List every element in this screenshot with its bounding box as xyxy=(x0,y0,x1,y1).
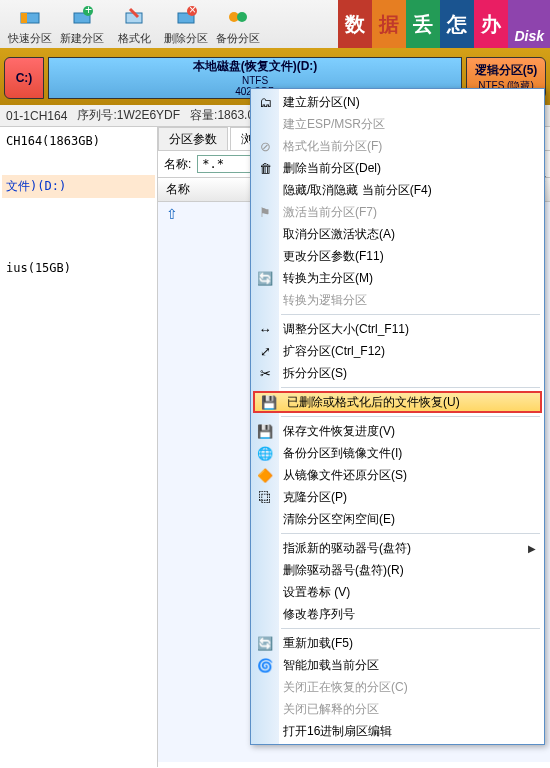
save-icon: 💾 xyxy=(256,422,274,440)
partition-label: C:) xyxy=(5,71,43,85)
partition-icon: 🗂 xyxy=(256,93,274,111)
menu-separator xyxy=(281,314,540,315)
menu-to-logical[interactable]: 转换为逻辑分区 xyxy=(251,289,544,311)
new-partition-button[interactable]: + 新建分区 xyxy=(56,5,108,48)
menu-restore-from-image[interactable]: 🔶从镜像文件还原分区(S) xyxy=(251,464,544,486)
menu-backup-to-image[interactable]: 🌐备份分区到镜像文件(I) xyxy=(251,442,544,464)
reload-icon: 🔄 xyxy=(256,634,274,652)
up-folder-icon[interactable]: ⇧ xyxy=(166,206,178,222)
backup-partition-icon xyxy=(226,5,250,29)
banner-char: 丢 xyxy=(406,0,440,48)
menu-format-current[interactable]: ⊘格式化当前分区(F) xyxy=(251,135,544,157)
menu-delete-current[interactable]: 🗑删除当前分区(Del) xyxy=(251,157,544,179)
backup-partition-button[interactable]: 备份分区 xyxy=(212,5,264,48)
menu-separator xyxy=(281,628,540,629)
menu-separator xyxy=(281,416,540,417)
banner-char: 怎 xyxy=(440,0,474,48)
partition-label: 本地磁盘(恢复文件)(D:) xyxy=(49,58,461,75)
tab-params[interactable]: 分区参数 xyxy=(158,127,228,150)
backup-icon: 🌐 xyxy=(256,444,274,462)
tree-partition-d[interactable]: 文件)(D:) xyxy=(2,175,155,198)
context-menu: 🗂建立新分区(N) 建立ESP/MSR分区 ⊘格式化当前分区(F) 🗑删除当前分… xyxy=(250,88,545,745)
menu-assign-drive[interactable]: 指派新的驱动器号(盘符)▶ xyxy=(251,537,544,559)
convert-icon: 🔄 xyxy=(256,269,274,287)
serial-label: 序列号:1W2E6YDF xyxy=(77,107,180,124)
menu-split[interactable]: ✂拆分分区(S) xyxy=(251,362,544,384)
tool-label: 备份分区 xyxy=(216,31,260,46)
menu-set-label[interactable]: 设置卷标 (V) xyxy=(251,581,544,603)
format-icon: ⊘ xyxy=(256,137,274,155)
menu-resize[interactable]: ↔调整分区大小(Ctrl_F11) xyxy=(251,318,544,340)
extend-icon: ⤢ xyxy=(256,342,274,360)
tree-logical[interactable]: ius(15GB) xyxy=(2,258,155,278)
svg-rect-1 xyxy=(21,13,27,23)
filter-name-label: 名称: xyxy=(164,156,191,173)
recover-icon: 💾 xyxy=(260,393,278,411)
banner-char: 数 xyxy=(338,0,372,48)
resize-icon: ↔ xyxy=(256,320,274,338)
menu-activate[interactable]: ⚑激活当前分区(F7) xyxy=(251,201,544,223)
tool-label: 新建分区 xyxy=(60,31,104,46)
svg-text:+: + xyxy=(85,5,92,17)
svg-point-10 xyxy=(237,12,247,22)
menu-edit-serial[interactable]: 修改卷序列号 xyxy=(251,603,544,625)
menu-cancel-activate[interactable]: 取消分区激活状态(A) xyxy=(251,223,544,245)
menu-clone[interactable]: ⿻克隆分区(P) xyxy=(251,486,544,508)
smart-icon: 🌀 xyxy=(256,656,274,674)
partition-c[interactable]: C:) xyxy=(4,57,44,99)
format-icon xyxy=(122,5,146,29)
clone-icon: ⿻ xyxy=(256,488,274,506)
menu-hide-unhide[interactable]: 隐藏/取消隐藏 当前分区(F4) xyxy=(251,179,544,201)
filter-input[interactable] xyxy=(197,155,257,173)
menu-open-hex[interactable]: 打开16进制扇区编辑 xyxy=(251,720,544,742)
disk-tree: CH164(1863GB) 文件)(D:) ius(15GB) xyxy=(0,127,158,767)
submenu-arrow-icon: ▶ xyxy=(528,543,536,554)
quick-partition-icon xyxy=(18,5,42,29)
partition-label: 逻辑分区(5) xyxy=(467,62,545,79)
disk-logo: Disk xyxy=(508,0,550,48)
delete-partition-icon: × xyxy=(174,5,198,29)
delete-partition-button[interactable]: × 删除分区 xyxy=(160,5,212,48)
tree-disk[interactable]: CH164(1863GB) xyxy=(2,131,155,151)
banner-char: 办 xyxy=(474,0,508,48)
banner-char: 据 xyxy=(372,0,406,48)
menu-extend[interactable]: ⤢扩容分区(Ctrl_F12) xyxy=(251,340,544,362)
menu-save-progress[interactable]: 💾保存文件恢复进度(V) xyxy=(251,420,544,442)
trash-icon: 🗑 xyxy=(256,159,274,177)
tool-label: 删除分区 xyxy=(164,31,208,46)
menu-reload[interactable]: 🔄重新加载(F5) xyxy=(251,632,544,654)
banner: 数 据 丢 怎 办 Disk xyxy=(338,0,550,48)
restore-icon: 🔶 xyxy=(256,466,274,484)
menu-new-partition[interactable]: 🗂建立新分区(N) xyxy=(251,91,544,113)
svg-text:×: × xyxy=(189,5,196,17)
menu-recover-files[interactable]: 💾已删除或格式化后的文件恢复(U) xyxy=(253,391,542,413)
menu-separator xyxy=(281,387,540,388)
menu-change-params[interactable]: 更改分区参数(F11) xyxy=(251,245,544,267)
menu-smart-load[interactable]: 🌀智能加载当前分区 xyxy=(251,654,544,676)
menu-esp-msr[interactable]: 建立ESP/MSR分区 xyxy=(251,113,544,135)
menu-to-primary[interactable]: 🔄转换为主分区(M) xyxy=(251,267,544,289)
menu-remove-drive[interactable]: 删除驱动器号(盘符)(R) xyxy=(251,559,544,581)
activate-icon: ⚑ xyxy=(256,203,274,221)
menu-separator xyxy=(281,533,540,534)
tool-label: 格式化 xyxy=(118,31,151,46)
menu-clear-free[interactable]: 清除分区空闲空间(E) xyxy=(251,508,544,530)
format-button[interactable]: 格式化 xyxy=(108,5,160,48)
quick-partition-button[interactable]: 快速分区 xyxy=(4,5,56,48)
menu-close-recovering[interactable]: 关闭正在恢复的分区(C) xyxy=(251,676,544,698)
new-partition-icon: + xyxy=(70,5,94,29)
model-suffix: 01-1CH164 xyxy=(6,109,67,123)
tool-label: 快速分区 xyxy=(8,31,52,46)
partition-fs: NTFS xyxy=(49,75,461,86)
split-icon: ✂ xyxy=(256,364,274,382)
menu-close-parsed[interactable]: 关闭已解释的分区 xyxy=(251,698,544,720)
